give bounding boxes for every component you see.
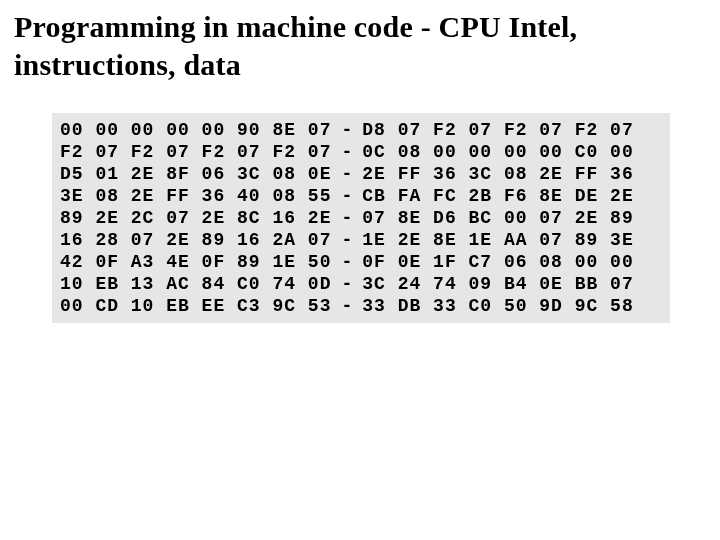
hex-separator-column: - - - - - - - - - — [331, 119, 362, 317]
page-title: Programming in machine code - CPU Intel,… — [14, 8, 706, 83]
hex-dump-block: 00 00 00 00 00 90 8E 07 F2 07 F2 07 F2 0… — [52, 113, 670, 323]
hex-right-column: D8 07 F2 07 F2 07 F2 07 0C 08 00 00 00 0… — [362, 119, 633, 317]
hex-left-column: 00 00 00 00 00 90 8E 07 F2 07 F2 07 F2 0… — [60, 119, 331, 317]
